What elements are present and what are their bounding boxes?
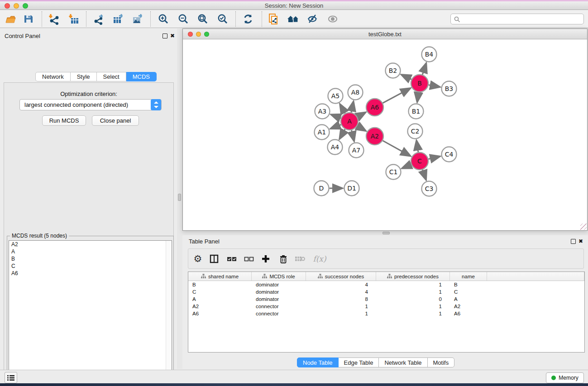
- column-header-name[interactable]: name: [450, 272, 487, 281]
- graph-edge-C-C1[interactable]: [402, 165, 411, 168]
- graph-edge-A-A6[interactable]: [357, 113, 365, 117]
- graph-edge-A-A5[interactable]: [340, 105, 345, 114]
- save-session-icon[interactable]: [23, 13, 34, 25]
- list-item[interactable]: A6: [9, 270, 172, 277]
- splitter-grip[interactable]: [178, 194, 181, 201]
- zoom-selected-icon[interactable]: [217, 13, 229, 25]
- graph-edge-B-B1[interactable]: [417, 92, 419, 102]
- graph-node-A8[interactable]: A8: [348, 85, 363, 100]
- columns-icon[interactable]: [208, 253, 220, 265]
- graph-node-C4[interactable]: C4: [442, 147, 457, 162]
- run-mcds-button[interactable]: Run MCDS: [42, 115, 86, 126]
- graph-node-C3[interactable]: C3: [422, 181, 437, 196]
- select-all-icon[interactable]: [226, 253, 238, 265]
- graph-node-B3[interactable]: B3: [442, 81, 457, 96]
- graph-edge-C-C2[interactable]: [416, 141, 418, 152]
- graph-edge-C-C4[interactable]: [428, 157, 440, 159]
- graph-node-A4[interactable]: A4: [328, 140, 343, 155]
- search-input[interactable]: [450, 14, 584, 24]
- criterion-select[interactable]: largest connected component (directed): [19, 99, 162, 110]
- float-panel-icon[interactable]: [163, 33, 167, 38]
- tab-mcds[interactable]: MCDS: [126, 72, 157, 81]
- vertical-splitter[interactable]: [177, 29, 182, 369]
- unselect-all-icon[interactable]: [243, 253, 255, 265]
- network-window-title-bar[interactable]: testGlobe.txt: [183, 29, 587, 39]
- tab-motifs[interactable]: Motifs: [428, 357, 455, 367]
- column-header-empty[interactable]: [487, 272, 584, 281]
- zoom-fit-icon[interactable]: [197, 13, 209, 25]
- tab-node-table[interactable]: Node Table: [297, 357, 339, 367]
- column-header-MCDS role[interactable]: MCDS role: [252, 272, 306, 281]
- graph-node-A1[interactable]: A1: [315, 125, 330, 140]
- graph-node-B4[interactable]: B4: [422, 47, 437, 62]
- panels-menu-button[interactable]: [5, 372, 17, 383]
- graph-node-D1[interactable]: D1: [344, 181, 359, 196]
- table-row[interactable]: Cdominator41C: [188, 288, 584, 295]
- splitter-grip[interactable]: [382, 232, 390, 234]
- graph-node-A2[interactable]: A2: [366, 128, 383, 145]
- import-network-icon[interactable]: [48, 13, 60, 25]
- node-table[interactable]: shared nameMCDS rolesuccessor nodesprede…: [188, 272, 585, 353]
- list-item[interactable]: A: [9, 248, 172, 255]
- zoom-in-icon[interactable]: [158, 13, 169, 25]
- graph-node-A3[interactable]: A3: [315, 104, 330, 119]
- graph-node-A5[interactable]: A5: [328, 89, 343, 104]
- graph-node-A7[interactable]: A7: [349, 143, 364, 158]
- table-row[interactable]: A6connector11A6: [188, 310, 584, 317]
- tab-network[interactable]: Network: [35, 72, 71, 81]
- tab-style[interactable]: Style: [71, 72, 97, 81]
- export-network-icon[interactable]: [93, 13, 105, 25]
- tab-edge-table[interactable]: Edge Table: [339, 357, 379, 367]
- graph-edge-B-B3[interactable]: [429, 85, 440, 87]
- scrollbar[interactable]: [166, 241, 172, 386]
- close-panel-button[interactable]: Close panel: [92, 115, 139, 126]
- graph-edge-A-A4[interactable]: [340, 129, 345, 138]
- graph-edge-A-A8[interactable]: [351, 102, 354, 112]
- gear-icon[interactable]: ⚙: [192, 253, 204, 265]
- mcds-result-list[interactable]: A2ABCA6: [9, 240, 172, 386]
- table-row[interactable]: Adominator80A: [188, 295, 584, 303]
- duplicate-network-icon[interactable]: [268, 13, 280, 25]
- float-panel-icon[interactable]: [571, 239, 576, 244]
- table-row[interactable]: Bdominator41B: [188, 281, 584, 288]
- tab-network-table[interactable]: Network Table: [379, 357, 427, 367]
- graph-edge-C-C3[interactable]: [423, 170, 426, 180]
- column-header-predecessor nodes[interactable]: predecessor nodes: [376, 272, 450, 281]
- graph-node-C2[interactable]: C2: [408, 124, 423, 139]
- tab-select[interactable]: Select: [97, 72, 126, 81]
- column-header-shared name[interactable]: shared name: [188, 272, 252, 281]
- graph-node-B1[interactable]: B1: [409, 104, 424, 119]
- refresh-icon[interactable]: [242, 13, 254, 25]
- home-icon[interactable]: [287, 13, 299, 25]
- graph-edge-B-B4[interactable]: [422, 63, 426, 75]
- graph-edge-A-A2[interactable]: [357, 126, 365, 131]
- graph-node-B2[interactable]: B2: [386, 63, 401, 78]
- graph-edge-A6-B[interactable]: [383, 88, 410, 103]
- graph-node-B[interactable]: B: [411, 75, 428, 92]
- list-item[interactable]: C: [9, 262, 172, 270]
- graph-edge-A-A1[interactable]: [331, 124, 341, 129]
- graph-edge-A-A3[interactable]: [331, 114, 341, 118]
- network-canvas[interactable]: B4B2BB3A8A5A6A3B1AA1C2A2A4A7C4CC1C3DD1: [183, 39, 587, 230]
- export-image-icon[interactable]: [132, 13, 143, 25]
- graph-node-A[interactable]: A: [341, 113, 358, 130]
- add-icon[interactable]: [260, 253, 272, 265]
- graph-node-A6[interactable]: A6: [366, 99, 383, 116]
- trash-icon[interactable]: [277, 253, 289, 265]
- graph-node-C1[interactable]: C1: [386, 165, 401, 180]
- graph-edge-A-A7[interactable]: [352, 130, 354, 141]
- table-row[interactable]: A2connector11A2: [188, 303, 584, 310]
- hide-details-icon[interactable]: [306, 13, 318, 25]
- memory-button[interactable]: Memory: [546, 372, 584, 383]
- column-header-successor nodes[interactable]: successor nodes: [306, 272, 376, 281]
- list-item[interactable]: B: [9, 255, 172, 262]
- horizontal-splitter[interactable]: [182, 231, 588, 235]
- import-table-icon[interactable]: [68, 13, 80, 25]
- list-item[interactable]: A2: [9, 241, 172, 248]
- graph-node-D[interactable]: D: [314, 181, 329, 196]
- graph-edge-B-B2[interactable]: [402, 75, 411, 79]
- graph-node-C[interactable]: C: [411, 152, 428, 170]
- open-session-icon[interactable]: [5, 13, 16, 25]
- zoom-out-icon[interactable]: [177, 13, 189, 25]
- graph-edge-A2-C[interactable]: [382, 141, 410, 156]
